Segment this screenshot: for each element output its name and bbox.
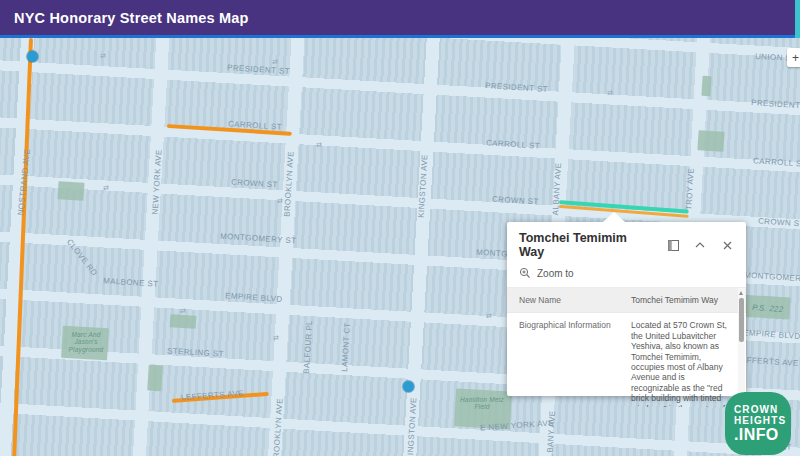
scroll-up-arrow-icon bbox=[739, 291, 743, 295]
poi-label: Hamilton Metz Field bbox=[458, 396, 506, 411]
dock-icon bbox=[667, 239, 680, 252]
crosswalk-mark bbox=[486, 312, 492, 320]
close-icon bbox=[722, 240, 733, 251]
poi-label: P.S. 222 bbox=[752, 303, 784, 314]
logo-line2: HEIGHTS bbox=[734, 415, 791, 426]
magnifier-plus-icon bbox=[519, 267, 531, 279]
feature-point[interactable] bbox=[27, 51, 38, 62]
close-button[interactable] bbox=[720, 238, 734, 252]
crownheights-info-logo: CROWN HEIGHTS .INFO bbox=[725, 392, 791, 455]
header-divider bbox=[0, 35, 800, 38]
crosswalk-mark bbox=[180, 307, 186, 315]
logo-line1: CROWN bbox=[734, 404, 791, 415]
green-building bbox=[147, 365, 163, 392]
popup-title: Tomchei Temimim Way bbox=[519, 231, 653, 259]
page-title: NYC Honorary Street Names Map bbox=[14, 10, 249, 26]
crosswalk-mark bbox=[100, 52, 106, 60]
field-label: New Name bbox=[507, 288, 625, 312]
crosswalk-mark bbox=[103, 184, 109, 192]
popup-scrollbar-thumb[interactable] bbox=[739, 298, 744, 342]
feature-point[interactable] bbox=[403, 381, 414, 392]
logo-line3: .INFO bbox=[734, 427, 791, 443]
collapse-icon bbox=[694, 239, 706, 251]
app-window: NYC Honorary Street Names Map UNION ST P… bbox=[0, 0, 800, 456]
app-header: NYC Honorary Street Names Map bbox=[0, 0, 800, 35]
collapse-button[interactable] bbox=[693, 238, 707, 252]
crosswalk-mark bbox=[277, 197, 283, 205]
feature-popup: Tomchei Temimim Way bbox=[507, 222, 746, 396]
field-label: Biographical Information bbox=[507, 313, 625, 407]
crosswalk-mark bbox=[272, 58, 278, 66]
field-row: New Name Tomchei Temimim Way bbox=[507, 288, 746, 313]
green-building bbox=[57, 181, 84, 201]
dock-button[interactable] bbox=[666, 238, 680, 252]
green-building bbox=[170, 314, 197, 329]
popup-header: Tomchei Temimim Way bbox=[507, 222, 746, 263]
zoom-to-button[interactable]: Zoom to bbox=[507, 263, 746, 288]
field-value: Tomchei Temimim Way bbox=[625, 288, 746, 312]
page-scrollbar-thumb[interactable] bbox=[795, 0, 800, 38]
popup-callout-arrow bbox=[603, 212, 625, 222]
crosswalk-mark bbox=[607, 89, 613, 97]
popup-scrollbar[interactable] bbox=[738, 288, 745, 407]
green-building bbox=[701, 76, 711, 97]
field-row: Biographical Information Located at 570 … bbox=[507, 313, 746, 407]
poi-label: Marc And Jason's Playground bbox=[62, 331, 110, 353]
popup-content: New Name Tomchei Temimim Way Biographica… bbox=[507, 288, 746, 407]
field-value: Located at 570 Crown St, the United Luba… bbox=[625, 313, 746, 407]
crosswalk-mark bbox=[273, 334, 279, 342]
crosswalk-mark bbox=[316, 141, 322, 149]
map-zoom-button[interactable]: + bbox=[787, 48, 800, 67]
green-building bbox=[697, 130, 724, 152]
plus-icon: + bbox=[792, 51, 799, 65]
zoom-to-label: Zoom to bbox=[537, 268, 574, 279]
